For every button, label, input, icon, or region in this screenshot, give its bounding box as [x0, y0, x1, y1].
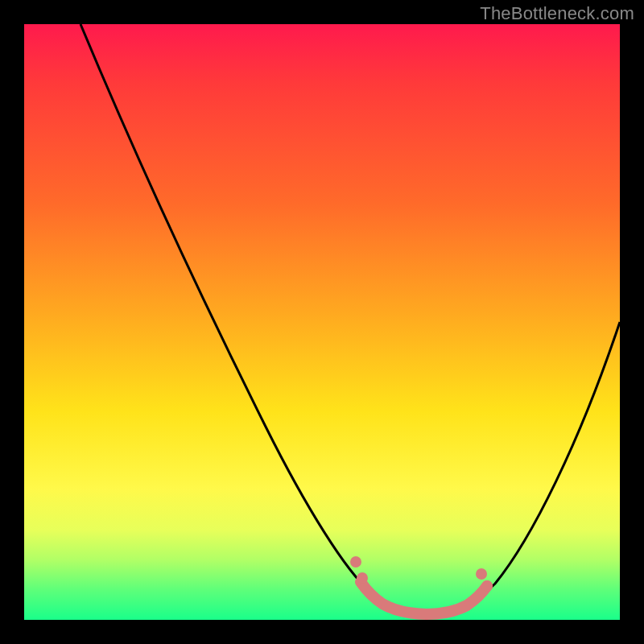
- chart-frame: TheBottleneck.com: [0, 0, 644, 644]
- optimal-band: [361, 582, 487, 614]
- watermark-text: TheBottleneck.com: [480, 3, 634, 24]
- optimal-dot: [350, 556, 361, 568]
- optimal-dot: [357, 572, 368, 584]
- optimal-dot: [476, 568, 487, 580]
- plot-svg: [24, 24, 620, 620]
- optimal-dot: [481, 580, 493, 592]
- bottleneck-curve: [80, 24, 620, 613]
- plot-area: [24, 24, 620, 620]
